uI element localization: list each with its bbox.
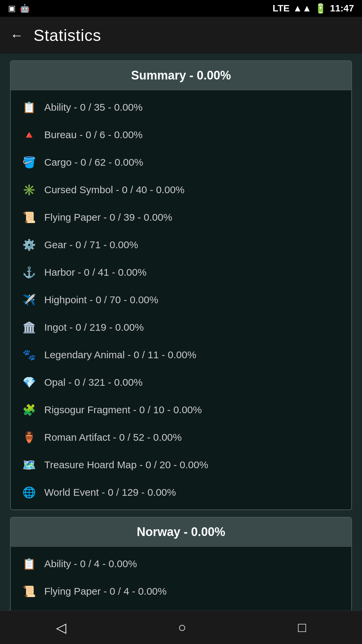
nav-recent-button[interactable]: □ — [298, 620, 306, 635]
status-bar-left: ▣ 🤖 — [8, 4, 30, 13]
nav-home-button[interactable]: ○ — [178, 620, 186, 635]
item-icon: 🪣 — [21, 154, 38, 171]
item-label: Rigsogur Fragment - 0 / 10 - 0.00% — [44, 404, 202, 416]
network-type: LTE — [273, 3, 290, 14]
item-label: Flying Paper - 0 / 4 - 0.00% — [44, 586, 167, 597]
list-item: 🌐 World Event - 0 / 129 - 0.00% — [11, 479, 351, 506]
item-icon: 📜 — [21, 209, 38, 226]
item-icon: ⚙️ — [21, 236, 38, 253]
item-label: World Event - 0 / 129 - 0.00% — [44, 487, 176, 498]
status-bar: ▣ 🤖 LTE ▲▲ 🔋 11:47 — [0, 0, 362, 17]
list-item: 📋 Ability - 0 / 35 - 0.00% — [11, 94, 351, 121]
item-icon: ⚓ — [21, 264, 38, 281]
item-icon: 🏺 — [21, 429, 38, 446]
item-icon: 🐾 — [21, 346, 38, 363]
item-label: Ability - 0 / 35 - 0.00% — [44, 102, 142, 113]
sim-icon: ▣ — [8, 4, 16, 13]
norway-card-header: Norway - 0.00% — [11, 518, 351, 547]
item-label: Gear - 0 / 71 - 0.00% — [44, 239, 138, 251]
item-label: Legendary Animal - 0 / 11 - 0.00% — [44, 349, 196, 361]
item-label: Opal - 0 / 321 - 0.00% — [44, 377, 143, 388]
item-label: Highpoint - 0 / 70 - 0.00% — [44, 294, 158, 306]
app-bar: ← Statistics — [0, 17, 362, 54]
list-item: ⚙️ Gear - 0 / 71 - 0.00% — [11, 231, 351, 259]
list-item: ✈️ Highpoint - 0 / 70 - 0.00% — [11, 286, 351, 314]
item-icon: 🏛️ — [21, 319, 38, 336]
summary-card-header: Summary - 0.00% — [11, 61, 351, 90]
item-label: Cargo - 0 / 62 - 0.00% — [44, 157, 143, 168]
item-label: Harbor - 0 / 41 - 0.00% — [44, 267, 146, 278]
item-label: Roman Artifact - 0 / 52 - 0.00% — [44, 432, 182, 443]
summary-card-body: 📋 Ability - 0 / 35 - 0.00% 🔺 Bureau - 0 … — [11, 90, 351, 509]
status-bar-right: LTE ▲▲ 🔋 11:47 — [273, 3, 354, 14]
item-icon: ✳️ — [21, 181, 38, 198]
list-item: 🗺️ Treasure Hoard Map - 0 / 20 - 0.00% — [11, 451, 351, 479]
item-icon: 🧩 — [21, 401, 38, 418]
item-icon: ✈️ — [21, 291, 38, 308]
list-item: 🏺 Roman Artifact - 0 / 52 - 0.00% — [11, 424, 351, 451]
item-icon: 🔺 — [21, 126, 38, 143]
page-title: Statistics — [34, 26, 101, 45]
item-icon: 📜 — [21, 583, 38, 600]
main-content: Summary - 0.00% 📋 Ability - 0 / 35 - 0.0… — [0, 54, 362, 644]
notification-icon: 🤖 — [20, 4, 30, 13]
list-item: ⚓ Harbor - 0 / 41 - 0.00% — [11, 259, 351, 286]
list-item: 🏛️ Ingot - 0 / 219 - 0.00% — [11, 314, 351, 341]
battery-icon: 🔋 — [315, 3, 326, 14]
list-item: 📜 Flying Paper - 0 / 39 - 0.00% — [11, 204, 351, 231]
list-item: 📋 Ability - 0 / 4 - 0.00% — [11, 550, 351, 578]
item-label: Ability - 0 / 4 - 0.00% — [44, 558, 137, 570]
item-icon: 💎 — [21, 374, 38, 391]
list-item: 🔺 Bureau - 0 / 6 - 0.00% — [11, 121, 351, 149]
nav-back-button[interactable]: ◁ — [56, 620, 66, 635]
summary-card: Summary - 0.00% 📋 Ability - 0 / 35 - 0.0… — [10, 60, 352, 510]
list-item: 🧩 Rigsogur Fragment - 0 / 10 - 0.00% — [11, 396, 351, 424]
list-item: 📜 Flying Paper - 0 / 4 - 0.00% — [11, 578, 351, 605]
bottom-nav: ◁ ○ □ — [0, 610, 362, 644]
time-display: 11:47 — [330, 3, 354, 14]
item-label: Bureau - 0 / 6 - 0.00% — [44, 129, 143, 141]
list-item: 💎 Opal - 0 / 321 - 0.00% — [11, 369, 351, 396]
item-label: Treasure Hoard Map - 0 / 20 - 0.00% — [44, 459, 208, 471]
item-icon: 📋 — [21, 99, 38, 116]
list-item: 🐾 Legendary Animal - 0 / 11 - 0.00% — [11, 341, 351, 369]
item-label: Cursed Symbol - 0 / 40 - 0.00% — [44, 184, 185, 196]
item-icon: 🌐 — [21, 484, 38, 501]
item-icon: 📋 — [21, 555, 38, 572]
item-label: Ingot - 0 / 219 - 0.00% — [44, 322, 144, 333]
signal-icon: ▲▲ — [293, 3, 311, 14]
item-icon: 🗺️ — [21, 457, 38, 473]
item-label: Flying Paper - 0 / 39 - 0.00% — [44, 212, 172, 223]
list-item: ✳️ Cursed Symbol - 0 / 40 - 0.00% — [11, 176, 351, 204]
back-button[interactable]: ← — [7, 24, 27, 46]
list-item: 🪣 Cargo - 0 / 62 - 0.00% — [11, 149, 351, 176]
